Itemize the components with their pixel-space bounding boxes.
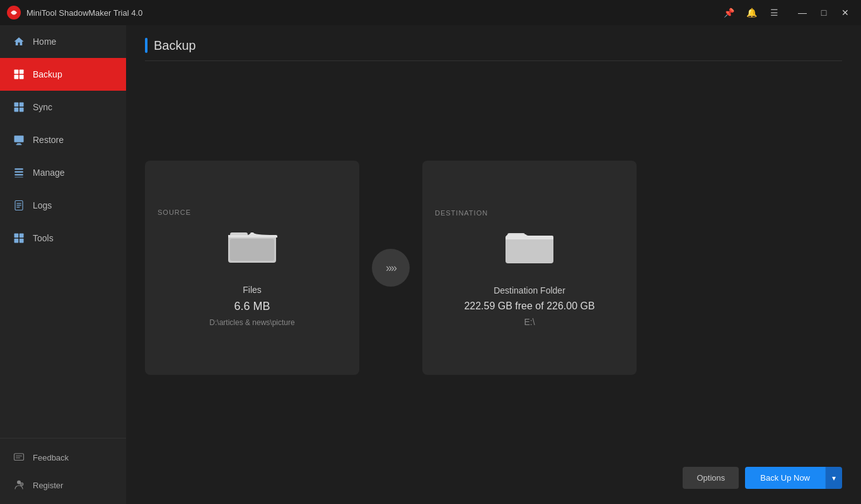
backup-now-dropdown-button[interactable]: ▾	[825, 467, 842, 489]
source-type: Files	[243, 285, 262, 295]
folder-open-icon	[227, 226, 277, 270]
sidebar-item-sync-label: Sync	[33, 102, 52, 112]
arrow-indicator: »»	[372, 249, 410, 287]
destination-label: DESTINATION	[435, 209, 488, 217]
svg-rect-7	[14, 108, 19, 112]
sidebar-item-restore[interactable]: Restore	[0, 123, 126, 156]
minimize-button[interactable]: —	[793, 4, 812, 21]
sidebar-bottom: Feedback Register	[0, 438, 126, 504]
titlebar-icons: 📌 🔔 ☰	[720, 4, 783, 21]
svg-rect-8	[20, 108, 24, 112]
maximize-button[interactable]: □	[814, 4, 833, 21]
tools-icon	[13, 232, 25, 244]
svg-rect-5	[14, 103, 19, 107]
sidebar-item-sync[interactable]: Sync	[0, 91, 126, 123]
sync-icon	[13, 101, 25, 113]
manage-icon	[13, 166, 25, 179]
source-size: 6.6 MB	[234, 300, 270, 313]
backup-now-button[interactable]: Back Up Now	[745, 467, 825, 489]
options-button[interactable]: Options	[683, 467, 739, 489]
restore-icon	[13, 134, 25, 146]
svg-rect-17	[16, 203, 21, 203]
logs-icon	[13, 199, 25, 212]
content-area: Backup SOURCE	[126, 25, 861, 504]
sidebar-item-tools-label: Tools	[33, 233, 54, 243]
svg-rect-10	[17, 143, 21, 144]
sidebar-item-feedback[interactable]: Feedback	[0, 444, 126, 471]
bottom-bar: Options Back Up Now ▾	[145, 459, 842, 491]
svg-rect-15	[14, 177, 23, 178]
sidebar-item-home-label: Home	[33, 37, 56, 47]
sidebar-item-backup-label: Backup	[33, 69, 62, 79]
svg-rect-9	[14, 135, 24, 142]
svg-rect-18	[16, 205, 21, 205]
page-title: Backup	[154, 38, 196, 53]
pin-icon[interactable]: 📌	[720, 4, 737, 21]
page-title-accent	[145, 38, 147, 53]
destination-card[interactable]: DESTINATION Destination Folder 222.59 GB…	[422, 161, 637, 375]
register-icon	[13, 479, 25, 491]
svg-rect-23	[20, 239, 24, 243]
source-label: SOURCE	[158, 209, 191, 216]
sidebar-item-logs-label: Logs	[33, 200, 52, 210]
close-button[interactable]: ✕	[836, 4, 855, 21]
main-layout: Home Backup Sy	[0, 25, 861, 504]
app-title: MiniTool ShadowMaker Trial 4.0	[26, 8, 720, 18]
backup-cards-area: SOURCE Files 6.6 MB D:\articles	[145, 76, 842, 459]
svg-rect-22	[14, 239, 19, 243]
svg-rect-30	[506, 237, 553, 263]
feedback-icon	[13, 451, 25, 464]
backup-icon	[13, 68, 25, 81]
svg-rect-21	[20, 234, 24, 238]
svg-rect-14	[14, 174, 23, 175]
sidebar-item-backup[interactable]: Backup	[0, 58, 126, 91]
svg-rect-28	[230, 239, 274, 261]
source-card[interactable]: SOURCE Files 6.6 MB D:\articles	[145, 161, 359, 375]
svg-rect-20	[14, 234, 19, 238]
titlebar: MiniTool ShadowMaker Trial 4.0 📌 🔔 ☰ — □…	[0, 0, 861, 25]
svg-rect-4	[20, 75, 24, 79]
svg-rect-12	[14, 168, 23, 169]
menu-icon[interactable]: ☰	[765, 4, 783, 21]
window-controls: — □ ✕	[793, 4, 855, 21]
sidebar-item-tools[interactable]: Tools	[0, 222, 126, 255]
sidebar-item-register[interactable]: Register	[0, 471, 126, 499]
svg-rect-11	[16, 144, 22, 146]
source-path: D:\articles & news\picture	[209, 318, 294, 327]
page-header: Backup	[145, 38, 842, 61]
sidebar-item-register-label: Register	[33, 481, 63, 490]
svg-rect-2	[20, 70, 24, 74]
sidebar-item-restore-label: Restore	[33, 135, 64, 145]
arrow-chevrons: »»	[386, 261, 396, 275]
svg-rect-13	[14, 171, 23, 173]
folder-icon	[504, 227, 555, 270]
destination-type: Destination Folder	[494, 285, 565, 295]
destination-drive: E:\	[524, 317, 535, 327]
sidebar-item-home[interactable]: Home	[0, 25, 126, 58]
app-logo	[6, 5, 21, 20]
svg-rect-19	[16, 207, 20, 207]
svg-rect-1	[14, 70, 19, 74]
sidebar-item-manage-label: Manage	[33, 168, 65, 178]
sidebar: Home Backup Sy	[0, 25, 126, 504]
sidebar-item-manage[interactable]: Manage	[0, 156, 126, 189]
bell-icon[interactable]: 🔔	[743, 4, 760, 21]
sidebar-item-logs[interactable]: Logs	[0, 189, 126, 222]
destination-free: 222.59 GB free of 226.00 GB	[464, 301, 594, 312]
svg-rect-3	[14, 75, 19, 79]
svg-rect-6	[20, 103, 24, 107]
svg-rect-24	[14, 454, 24, 461]
home-icon	[13, 35, 25, 48]
sidebar-item-feedback-label: Feedback	[33, 453, 69, 462]
backup-now-group: Back Up Now ▾	[745, 467, 842, 489]
